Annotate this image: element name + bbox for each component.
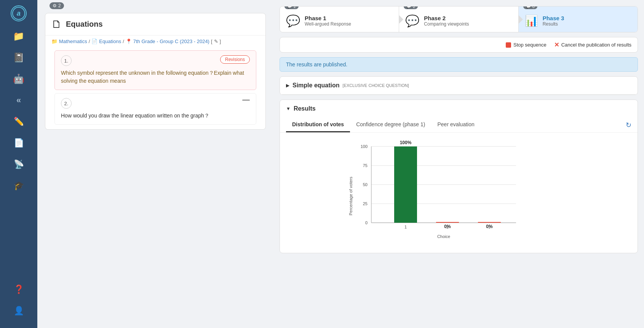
phase-2-tab[interactable]: 💬 2 💬 Phase 2 Comparing viewpoints bbox=[399, 6, 518, 32]
sidebar-item-notebook[interactable]: 📓 bbox=[5, 48, 32, 67]
phase-3-title: Phase 3 bbox=[543, 15, 564, 21]
sidebar-item-help[interactable]: ❓ bbox=[5, 280, 32, 299]
results-published-text: The results are published. bbox=[286, 61, 347, 68]
phase-1-subtitle: Well-argued Response bbox=[305, 21, 351, 27]
action-bar: Stop sequence ✕ Cancel the publication o… bbox=[280, 37, 638, 53]
phase-1-count: 2 bbox=[294, 6, 296, 9]
phase-2-count: 2 bbox=[413, 6, 415, 9]
phase-3-badge: 💬 0 bbox=[523, 6, 537, 9]
sidebar-item-rss[interactable]: 📡 bbox=[5, 155, 32, 174]
expand-arrow-icon: ▼ bbox=[286, 106, 291, 111]
location-icon: 📍 bbox=[126, 39, 132, 44]
sidebar-nav: 📁 📓 🤖 « ✏️ 📄 📡 🎓 bbox=[0, 27, 37, 280]
bar-2 bbox=[436, 222, 459, 223]
bar-3 bbox=[478, 222, 501, 223]
phase-1-info: Phase 1 Well-argued Response bbox=[305, 15, 351, 27]
y-tick-50: 50 bbox=[363, 182, 367, 187]
phase-2-subtitle: Comparing viewpoints bbox=[424, 21, 469, 27]
simple-equation-section: ▶ Simple equation [EXCLUSIVE CHOICE QUES… bbox=[280, 76, 638, 95]
document-icon: 🗋 bbox=[51, 18, 62, 31]
sidebar-item-user[interactable]: 👤 bbox=[5, 301, 32, 320]
question-2-number: 2. bbox=[61, 98, 72, 109]
sidebar-item-robot[interactable]: 🤖 bbox=[5, 69, 32, 88]
tab-peer-evaluation[interactable]: Peer evaluation bbox=[431, 117, 480, 132]
phase-3-tab[interactable]: 💬 0 📊 Phase 3 Results bbox=[519, 6, 638, 32]
simple-equation-title: Simple equation bbox=[292, 82, 340, 89]
activity-badge: ⚙ 2 bbox=[50, 2, 64, 9]
refresh-icon[interactable]: ↻ bbox=[626, 121, 631, 129]
question-1-number: 1. bbox=[61, 55, 72, 66]
phase-tabs: 💬 2 💬 Phase 1 Well-argued Response 💬 2 💬 bbox=[280, 6, 638, 32]
results-section-header[interactable]: ▼ Results bbox=[280, 100, 638, 117]
logo-icon: a bbox=[11, 5, 27, 21]
phase-1-tab[interactable]: 💬 2 💬 Phase 1 Well-argued Response bbox=[280, 6, 399, 32]
breadcrumb: 📁 Mathematics / 📄 Equations / 📍 7th Grad… bbox=[45, 35, 265, 47]
cancel-publication-button[interactable]: ✕ Cancel the publication of results bbox=[554, 41, 631, 48]
bar-chart: Percentage of voters bbox=[345, 139, 543, 246]
breadcrumb-mathematics[interactable]: Mathematics bbox=[59, 39, 87, 44]
simple-equation-tag: [EXCLUSIVE CHOICE QUESTION] bbox=[343, 83, 409, 88]
gear-icon: ⚙ bbox=[53, 3, 57, 8]
sidebar-item-chevron[interactable]: « bbox=[5, 91, 32, 110]
doc-icon-small: 📄 bbox=[91, 39, 97, 44]
chat-icon-3: 💬 bbox=[526, 6, 531, 9]
revisions-button[interactable]: Revisions bbox=[220, 55, 250, 64]
x-tick-3: 3 bbox=[488, 225, 490, 229]
right-panel: 💬 2 💬 Phase 1 Well-argued Response 💬 2 💬 bbox=[273, 0, 644, 328]
chat-icon-1: 💬 bbox=[287, 6, 292, 9]
phase-2-icon: 💬 bbox=[405, 14, 419, 27]
chart-tabs: Distribution of votes Confidence degree … bbox=[280, 117, 638, 133]
breadcrumb-group[interactable]: 7th Grade - Group C (2023 - 2024) bbox=[133, 39, 209, 44]
left-panel: ⚙ 2 🗋 Equations 📁 Mathematics / 📄 Equati… bbox=[37, 0, 273, 328]
y-tick-75: 75 bbox=[363, 163, 367, 168]
sidebar: a 📁 📓 🤖 « ✏️ 📄 📡 🎓 ❓ 👤 bbox=[0, 0, 37, 328]
chart-container: Percentage of voters bbox=[345, 139, 573, 247]
question-1-block: 1. Which symbol represent the unknown in… bbox=[54, 50, 256, 90]
main-content: ⚙ 2 🗋 Equations 📁 Mathematics / 📄 Equati… bbox=[37, 0, 644, 328]
chart-area: Percentage of voters bbox=[280, 133, 638, 247]
sidebar-bottom: ❓ 👤 bbox=[5, 280, 32, 324]
sidebar-item-edit[interactable]: ✏️ bbox=[5, 112, 32, 131]
x-icon: ✕ bbox=[554, 41, 559, 48]
phase-3-count: 0 bbox=[532, 6, 535, 9]
y-axis-title: Percentage of voters bbox=[348, 177, 353, 215]
tab-confidence-degree[interactable]: Confidence degree (phase 1) bbox=[350, 117, 431, 132]
collapse-arrow-icon: ▶ bbox=[286, 83, 289, 88]
x-tick-1: 1 bbox=[404, 225, 406, 229]
svg-text:a: a bbox=[17, 10, 21, 17]
results-banner: The results are published. bbox=[280, 57, 638, 72]
phase-2-arrow bbox=[518, 15, 523, 24]
badge-count: 2 bbox=[58, 3, 61, 8]
results-title: Results bbox=[294, 105, 316, 112]
question-2-dash bbox=[242, 100, 250, 101]
phase-1-badge: 💬 2 bbox=[284, 6, 299, 9]
activity-header: 🗋 Equations bbox=[45, 13, 265, 35]
phase-3-info: Phase 3 Results bbox=[543, 15, 564, 27]
sidebar-item-file[interactable]: 📄 bbox=[5, 133, 32, 153]
activity-card-wrapper: ⚙ 2 🗋 Equations 📁 Mathematics / 📄 Equati… bbox=[45, 8, 266, 130]
phase-2-title: Phase 2 bbox=[424, 15, 469, 21]
cancel-label: Cancel the publication of results bbox=[561, 42, 631, 48]
tab-distribution-votes[interactable]: Distribution of votes bbox=[286, 117, 350, 132]
stop-label: Stop sequence bbox=[513, 42, 547, 48]
chat-icon-2: 💬 bbox=[406, 6, 412, 9]
phase-1-title: Phase 1 bbox=[305, 15, 351, 21]
phase-1-arrow bbox=[399, 15, 403, 24]
sidebar-item-folder[interactable]: 📁 bbox=[5, 27, 32, 46]
edit-pencil-icon[interactable]: ✎ bbox=[214, 39, 218, 44]
y-tick-100: 100 bbox=[360, 144, 367, 149]
section-header-simple-equation[interactable]: ▶ Simple equation [EXCLUSIVE CHOICE QUES… bbox=[280, 77, 638, 95]
breadcrumb-equations[interactable]: Equations bbox=[99, 39, 121, 44]
bar-1-label: 100% bbox=[400, 140, 411, 145]
results-section: ▼ Results Distribution of votes Confiden… bbox=[280, 100, 638, 253]
stop-icon bbox=[506, 42, 511, 48]
sidebar-item-graduation[interactable]: 🎓 bbox=[5, 176, 32, 195]
y-tick-0: 0 bbox=[365, 220, 367, 225]
phase-3-subtitle: Results bbox=[543, 21, 564, 27]
folder-icon-small: 📁 bbox=[51, 39, 58, 44]
question-1-text: Which symbol represent the unknown in th… bbox=[61, 69, 250, 85]
logo[interactable]: a bbox=[7, 4, 30, 23]
stop-sequence-button[interactable]: Stop sequence bbox=[506, 42, 547, 48]
phase-1-icon: 💬 bbox=[286, 14, 300, 27]
phase-2-badge: 💬 2 bbox=[404, 6, 418, 9]
